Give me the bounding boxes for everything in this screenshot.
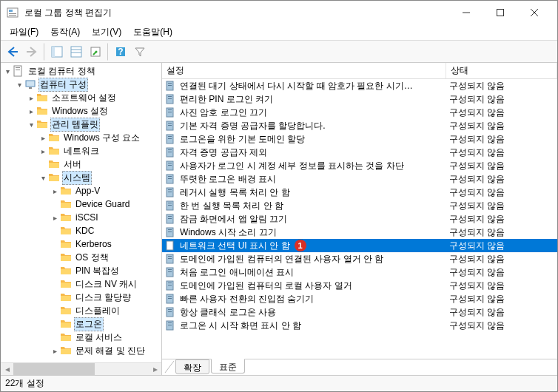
setting-row[interactable]: Windows 시작 소리 끄기구성되지 않음 xyxy=(162,226,557,239)
tree-local-services[interactable]: 로캘 서비스 xyxy=(1,331,161,344)
tree-software-settings[interactable]: ▸ 소프트웨어 설정 xyxy=(1,91,161,104)
tree-troubleshoot[interactable]: ▸문제 해결 및 진단 xyxy=(1,344,161,357)
tree-disk-nv[interactable]: 디스크 NV 캐시 xyxy=(1,277,161,291)
tree-label: 서버 xyxy=(62,158,83,171)
close-button[interactable] xyxy=(517,1,551,24)
folder-icon xyxy=(36,92,48,104)
tree-windows-settings[interactable]: ▸ Windows 설정 xyxy=(1,104,161,118)
setting-row[interactable]: 기본 자격 증명 공급자를 할당합니다.구성되지 않음 xyxy=(162,119,557,132)
chevron-down-icon[interactable]: ▾ xyxy=(38,174,48,182)
svg-rect-30 xyxy=(168,112,172,112)
setting-row[interactable]: 네트워크 선택 UI 표시 안 함1구성되지 않음 xyxy=(162,239,557,252)
column-state[interactable]: 상태 xyxy=(446,63,557,78)
svg-rect-27 xyxy=(168,98,172,99)
settings-list[interactable]: 연결된 대기 상태에서 다시 시작할 때 암호가 필요한 시기…구성되지 않음편… xyxy=(162,79,557,359)
setting-row[interactable]: 도메인에 가입된 컴퓨터의 연결된 사용자 열거 안 함구성되지 않음 xyxy=(162,252,557,266)
svg-rect-74 xyxy=(168,309,172,310)
svg-rect-19 xyxy=(16,70,20,70)
callout-badge: 1 xyxy=(295,240,306,251)
chevron-right-icon[interactable]: ▸ xyxy=(38,134,48,142)
setting-icon xyxy=(165,93,177,105)
setting-row[interactable]: 잠금 화면에서 앱 알림 끄기구성되지 않음 xyxy=(162,212,557,226)
tree-display[interactable]: 디스플레이 xyxy=(1,304,161,317)
minimize-button[interactable] xyxy=(449,1,483,24)
horizontal-scrollbar[interactable]: ◂ ▸ xyxy=(1,362,161,375)
svg-rect-65 xyxy=(168,269,172,270)
maximize-button[interactable] xyxy=(483,1,517,24)
menu-action[interactable]: 동작(A) xyxy=(44,24,86,40)
setting-icon xyxy=(165,80,177,92)
setting-row[interactable]: 편리한 PIN 로그인 켜기구성되지 않음 xyxy=(162,92,557,106)
folder-icon xyxy=(60,238,72,250)
setting-row[interactable]: 한 번 실행 목록 처리 안 함구성되지 않음 xyxy=(162,199,557,212)
scrollbar-thumb[interactable] xyxy=(13,363,95,375)
tree-label: Windows 설정 xyxy=(50,105,110,118)
tree-root[interactable]: ▾ 로컬 컴퓨터 정책 xyxy=(1,64,161,78)
window-title: 로컬 그룹 정책 편집기 xyxy=(24,7,449,19)
toolbar-separator xyxy=(44,43,45,61)
help-icon[interactable]: ? xyxy=(112,43,130,61)
settings-pane: 설정 상태 연결된 대기 상태에서 다시 시작할 때 암호가 필요한 시기…구성… xyxy=(162,63,557,375)
chevron-right-icon[interactable]: ▸ xyxy=(50,214,60,222)
tree-network[interactable]: ▸ 네트워크 xyxy=(1,144,161,158)
tree-kdc[interactable]: KDC xyxy=(1,224,161,237)
tree-appv[interactable]: ▸App-V xyxy=(1,184,161,197)
folder-icon xyxy=(48,172,60,183)
setting-row[interactable]: 레거시 실행 목록 처리 안 함구성되지 않음 xyxy=(162,186,557,199)
setting-label: 한 번 실행 목록 처리 안 함 xyxy=(180,200,283,212)
setting-state: 구성되지 않음 xyxy=(446,306,557,319)
tree-kerberos[interactable]: Kerberos xyxy=(1,237,161,251)
refresh-icon[interactable] xyxy=(87,43,104,61)
svg-rect-35 xyxy=(168,136,172,137)
tree-server[interactable]: 서버 xyxy=(1,158,161,171)
setting-state: 구성되지 않음 xyxy=(446,226,557,239)
setting-row[interactable]: 로그온을 위한 기본 도메인 할당구성되지 않음 xyxy=(162,132,557,146)
setting-row[interactable]: 자격 증명 공급자 제외구성되지 않음 xyxy=(162,146,557,159)
setting-state: 구성되지 않음 xyxy=(446,160,557,172)
chevron-right-icon[interactable]: ▸ xyxy=(26,107,36,115)
tree-system[interactable]: ▾ 시스템 xyxy=(1,171,161,184)
tab-extended[interactable]: 확장 xyxy=(175,359,209,374)
tree-logon[interactable]: 로그온 xyxy=(1,317,161,331)
column-setting[interactable]: 설정 xyxy=(162,63,446,78)
scroll-left-icon[interactable]: ◂ xyxy=(1,363,13,376)
chevron-down-icon[interactable]: ▾ xyxy=(26,121,36,129)
setting-row[interactable]: 뚜렷한 로그온 배경 표시구성되지 않음 xyxy=(162,172,557,186)
tree-disk-quota[interactable]: 디스크 할당량 xyxy=(1,291,161,304)
tree-pin[interactable]: PIN 복잡성 xyxy=(1,264,161,277)
setting-row[interactable]: 빠른 사용자 전환의 진입점 숨기기구성되지 않음 xyxy=(162,292,557,305)
menu-view[interactable]: 보기(V) xyxy=(86,24,127,40)
forward-button[interactable] xyxy=(23,43,41,61)
setting-row[interactable]: 항상 클래식 로그온 사용구성되지 않음 xyxy=(162,305,557,319)
setting-row[interactable]: 도메인에 가입된 컴퓨터의 로컬 사용자 열거구성되지 않음 xyxy=(162,279,557,292)
list-view-icon[interactable] xyxy=(67,43,85,61)
menu-file[interactable]: 파일(F) xyxy=(4,24,44,40)
setting-row[interactable]: 처음 로그인 애니메이션 표시구성되지 않음 xyxy=(162,266,557,279)
tree-os-policy[interactable]: OS 정책 xyxy=(1,251,161,264)
tree-computer-config[interactable]: ▾ 컴퓨터 구성 xyxy=(1,78,161,91)
chevron-right-icon[interactable]: ▸ xyxy=(38,147,48,155)
folder-icon xyxy=(60,185,72,197)
setting-row[interactable]: 연결된 대기 상태에서 다시 시작할 때 암호가 필요한 시기…구성되지 않음 xyxy=(162,79,557,92)
tab-standard[interactable]: 표준 xyxy=(211,359,245,374)
tree-iscsi[interactable]: ▸iSCSI xyxy=(1,211,161,224)
tree-device-guard[interactable]: Device Guard xyxy=(1,197,161,211)
setting-row[interactable]: 사진 암호 로그인 끄기구성되지 않음 xyxy=(162,106,557,119)
tree-label: 네트워크 xyxy=(62,145,101,158)
chevron-right-icon[interactable]: ▸ xyxy=(50,347,60,355)
chevron-right-icon[interactable]: ▸ xyxy=(50,187,60,195)
menu-help[interactable]: 도움말(H) xyxy=(127,24,178,40)
tree-windows-components[interactable]: ▸ Windows 구성 요소 xyxy=(1,131,161,144)
setting-row[interactable]: 로그온 시 시작 화면 표시 안 함구성되지 않음 xyxy=(162,319,557,332)
scroll-right-icon[interactable]: ▸ xyxy=(149,363,161,376)
chevron-down-icon[interactable]: ▾ xyxy=(14,81,24,89)
filter-icon[interactable] xyxy=(131,43,149,61)
tree-admin-templates[interactable]: ▾ 관리 템플릿 xyxy=(1,118,161,131)
chevron-down-icon[interactable]: ▾ xyxy=(2,67,13,75)
details-view-icon[interactable] xyxy=(48,43,66,61)
tree-label: 문제 해결 및 진단 xyxy=(74,345,147,357)
back-button[interactable] xyxy=(4,43,21,61)
setting-row[interactable]: 사용자가 로그인 시 계정 세부 정보를 표시하는 것을 차단구성되지 않음 xyxy=(162,159,557,172)
chevron-right-icon[interactable]: ▸ xyxy=(26,94,36,102)
tree-view[interactable]: ▾ 로컬 컴퓨터 정책 ▾ 컴퓨터 구성 ▸ 소프트웨어 설정 ▸ Window… xyxy=(1,63,161,362)
